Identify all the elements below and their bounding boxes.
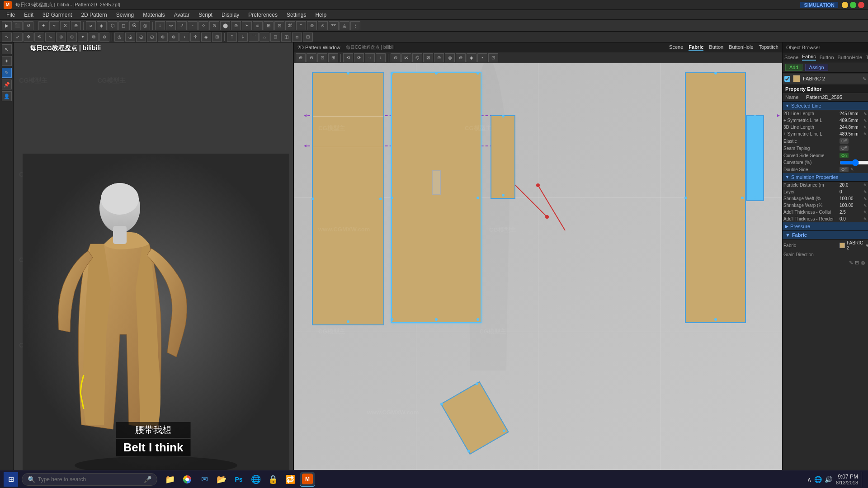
tb2-btn-19[interactable]: ◈	[201, 33, 211, 42]
tb2-btn-10[interactable]: ⊘	[99, 33, 109, 42]
tb2-btn-12[interactable]: ◶	[125, 33, 135, 42]
clock[interactable]: 9:07 PM 8/13/2018	[836, 474, 858, 485]
toolbar-btn-19[interactable]: ⊙	[209, 21, 219, 30]
handle-br[interactable]	[502, 429, 506, 432]
tb2-btn-20[interactable]: ⊞	[212, 33, 222, 42]
handle-top[interactable]	[502, 115, 505, 117]
sidebar-icon-draw[interactable]: ✎	[2, 68, 12, 78]
pressure-header[interactable]: ▶ Pressure	[783, 222, 868, 231]
menu-preferences[interactable]: Preferences	[244, 11, 282, 19]
taskbar-security[interactable]: 🔒	[266, 472, 280, 487]
menu-edit[interactable]: Edit	[19, 11, 38, 19]
2d-tb-btn-3[interactable]: ⊡	[317, 53, 327, 62]
bottom-edit-1[interactable]: ✎	[849, 260, 853, 266]
pattern-piece-3[interactable]	[491, 115, 515, 199]
2d-tb-btn-6[interactable]: ⟳	[354, 53, 364, 62]
edit-icon[interactable]: ✎	[863, 203, 867, 208]
edit-icon[interactable]: ✎	[863, 125, 867, 130]
toolbar-btn-8[interactable]: ⌀	[86, 21, 96, 30]
tb2-btn-21[interactable]: ⇡	[227, 33, 237, 42]
tb2-btn-7[interactable]: ⊖	[67, 33, 77, 42]
2d-tb-btn-4[interactable]: ⊞	[328, 53, 338, 62]
handle-bottom[interactable]	[435, 318, 438, 321]
toolbar-btn-4[interactable]: ✦	[38, 21, 48, 30]
curvature-slider[interactable]	[840, 161, 868, 164]
handle-left[interactable]	[684, 197, 687, 199]
toolbar-btn-7[interactable]: ⊕	[71, 21, 81, 30]
menu-sewing[interactable]: Sewing	[112, 11, 138, 19]
fabric-dropdown-icon[interactable]: ▼	[865, 243, 868, 248]
menu-help[interactable]: Help	[311, 11, 331, 19]
toolbar-btn-27[interactable]: ⌃	[296, 21, 306, 30]
taskbar-chrome[interactable]	[180, 472, 194, 487]
toolbar-btn-9[interactable]: ◈	[97, 21, 107, 30]
minimize-button[interactable]	[842, 2, 848, 8]
tray-volume-icon[interactable]: 🔊	[825, 476, 832, 483]
menu-script[interactable]: Script	[194, 11, 217, 19]
handle-right[interactable]	[741, 197, 744, 199]
toolbar-btn-22[interactable]: ✶	[242, 21, 252, 30]
assign-button[interactable]: Assign	[805, 64, 828, 71]
pattern-piece-1[interactable]	[312, 72, 384, 325]
microphone-icon[interactable]: 🎤	[144, 476, 151, 483]
handle-br[interactable]	[476, 318, 479, 321]
tb2-btn-13[interactable]: ◵	[136, 33, 146, 42]
2d-tb-btn-14[interactable]: ◎	[445, 53, 455, 62]
tab-topstitch[interactable]: Topstitch	[759, 44, 778, 51]
handle-top[interactable]	[435, 72, 438, 75]
2d-tb-btn-13[interactable]: ⊛	[434, 53, 444, 62]
sidebar-icon-move[interactable]: ✦	[2, 56, 12, 66]
edit-icon[interactable]: ✎	[863, 197, 867, 201]
sidebar-icon-select[interactable]: ↖	[2, 44, 12, 54]
tab-topstitch-panel[interactable]: Topstitch	[866, 55, 868, 60]
menu-avatar[interactable]: Avatar	[170, 11, 194, 19]
toolbar-btn-25[interactable]: ⊡	[274, 21, 284, 30]
tab-buttonhole[interactable]: ButtonHole	[729, 44, 753, 51]
tb2-btn-27[interactable]: ⧈	[292, 33, 302, 42]
start-button[interactable]: ⊞	[4, 472, 18, 487]
toolbar-btn-28[interactable]: ⊗	[307, 21, 317, 30]
toolbar-btn-29[interactable]: ⎋	[318, 21, 328, 30]
handle-bl[interactable]	[391, 318, 393, 321]
2d-tb-btn-9[interactable]: ⊘	[391, 53, 401, 62]
tb2-btn-3[interactable]: ✥	[24, 33, 33, 42]
toolbar-btn-13[interactable]: ◎	[140, 21, 150, 30]
2d-tb-btn-1[interactable]: ⊕	[296, 53, 306, 62]
handle-bottom[interactable]	[347, 320, 349, 323]
toolbar-btn-3[interactable]: ↺	[24, 21, 33, 30]
pattern-canvas[interactable]: ◂ ▸ ◂	[294, 63, 782, 470]
selected-line-header[interactable]: ▼ Selected Line	[783, 102, 868, 110]
fabric-item[interactable]: FABRIC 2 ✎	[783, 74, 868, 84]
toolbar-btn-6[interactable]: ⧖	[60, 21, 70, 30]
toolbar-btn-2[interactable]: ⬛	[13, 21, 23, 30]
fabric-checkbox[interactable]	[784, 76, 790, 82]
tab-buttonhole-panel[interactable]: ButtonHole	[838, 55, 862, 60]
handle-tr[interactable]	[475, 382, 479, 385]
tb2-btn-4[interactable]: ⟲	[34, 33, 44, 42]
tb2-btn-18[interactable]: ✛	[190, 33, 200, 42]
menu-settings[interactable]: Settings	[282, 11, 311, 19]
tb2-btn-14[interactable]: ◴	[147, 33, 157, 42]
bottom-edit-2[interactable]: ⊞	[855, 260, 859, 266]
tb2-btn-23[interactable]: ⌒	[249, 33, 259, 42]
tab-button[interactable]: Button	[709, 44, 723, 51]
tb2-btn-2[interactable]: ⤢	[13, 33, 23, 42]
2d-tb-btn-18[interactable]: ⊡	[488, 53, 498, 62]
menu-file[interactable]: File	[2, 11, 19, 19]
toolbar-btn-31[interactable]: ◬	[340, 21, 349, 30]
tb2-btn-9[interactable]: ⧉	[89, 33, 99, 42]
handle-top[interactable]	[714, 72, 717, 75]
toolbar-btn-21[interactable]: ⊛	[231, 21, 241, 30]
edit-icon[interactable]: ✎	[863, 217, 867, 221]
handle-bottom[interactable]	[502, 194, 505, 197]
fabric-section-header[interactable]: ▼ Fabric	[783, 231, 868, 239]
tb2-btn-25[interactable]: ⊡	[270, 33, 280, 42]
taskbar-search-box[interactable]: 🔍 🎤	[22, 473, 157, 486]
tab-scene[interactable]: Scene	[669, 44, 683, 51]
sidebar-icon-person[interactable]: 👤	[2, 91, 12, 101]
tb2-btn-16[interactable]: ⊜	[169, 33, 179, 42]
2d-tb-btn-16[interactable]: ◈	[467, 53, 476, 62]
tray-up-icon[interactable]: ∧	[807, 476, 811, 483]
toolbar-btn-17[interactable]: ◦	[188, 21, 198, 30]
edit-icon[interactable]: ✎	[850, 167, 854, 172]
